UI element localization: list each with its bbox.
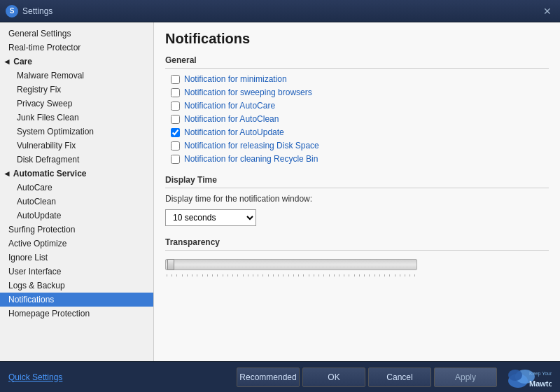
slider-tick xyxy=(318,274,319,276)
slider-tick xyxy=(217,274,218,276)
cb-autocare[interactable] xyxy=(171,102,180,111)
cb-sweeping-label[interactable]: Notification for sweeping browsers xyxy=(184,88,312,97)
bottom-buttons: Recommended OK Cancel Apply xyxy=(237,368,497,387)
slider-tick xyxy=(176,274,177,276)
slider-tick xyxy=(167,274,167,276)
cb-sweeping[interactable] xyxy=(171,88,180,97)
sidebar-item-malware-removal[interactable]: Malware Removal xyxy=(0,69,153,83)
slider-tick xyxy=(389,274,390,276)
slider-tick xyxy=(354,274,355,276)
slider-tick xyxy=(212,274,213,276)
sidebar-item-disk-defragment[interactable]: Disk Defragment xyxy=(0,153,153,167)
close-button[interactable]: ✕ xyxy=(540,4,554,18)
transparency-slider-thumb[interactable] xyxy=(167,259,174,270)
cb-autoclean[interactable] xyxy=(171,115,180,124)
sidebar-item-surfing-protection[interactable]: Surfing Protection xyxy=(0,223,153,237)
apply-button[interactable]: Apply xyxy=(434,368,497,387)
window-title: Settings xyxy=(22,6,540,16)
slider-tick xyxy=(268,274,269,276)
slider-tick xyxy=(314,274,314,276)
checkbox-row-cb-autoclean: Notification for AutoClean xyxy=(171,114,549,124)
display-time-section: Display Time Display time for the notifi… xyxy=(165,175,549,226)
cb-autoclean-label[interactable]: Notification for AutoClean xyxy=(184,114,279,124)
sidebar-item-homepage-protection[interactable]: Homepage Protection xyxy=(0,307,153,321)
slider-tick xyxy=(258,274,258,276)
quick-settings-link[interactable]: Quick Settings xyxy=(8,372,62,382)
transparency-header: Transparency xyxy=(165,237,549,251)
sidebar-item-system-optimization[interactable]: System Optimization xyxy=(0,125,153,139)
sidebar-item-realtime-protector[interactable]: Real-time Protector xyxy=(0,41,153,55)
app-icon: S xyxy=(6,5,18,18)
slider-tick xyxy=(197,274,197,276)
sidebar-item-general-settings[interactable]: General Settings xyxy=(0,27,153,41)
cb-recycle-bin[interactable] xyxy=(171,155,180,164)
sidebar-item-junk-files-clean[interactable]: Junk Files Clean xyxy=(0,111,153,125)
slider-tick xyxy=(227,274,228,276)
general-header: General xyxy=(165,55,549,69)
slider-tick xyxy=(172,274,172,276)
slider-tick xyxy=(278,274,279,276)
sidebar-item-autoupdate[interactable]: AutoUpdate xyxy=(0,209,153,223)
cancel-button[interactable]: Cancel xyxy=(368,368,431,387)
slider-tick xyxy=(309,274,309,276)
sidebar-item-autoclean[interactable]: AutoClean xyxy=(0,195,153,209)
general-section: General Notification for minimizationNot… xyxy=(165,55,549,164)
cb-autoupdate-label[interactable]: Notification for AutoUpdate xyxy=(184,127,284,137)
cb-autocare-label[interactable]: Notification for AutoCare xyxy=(184,101,275,111)
checkbox-row-cb-disk-space: Notification for releasing Disk Space xyxy=(171,141,549,150)
recommended-button[interactable]: Recommended xyxy=(237,368,300,387)
display-time-select[interactable]: 5 seconds10 seconds15 seconds20 seconds3… xyxy=(165,209,256,226)
slider-tick xyxy=(187,274,188,276)
sidebar-item-automatic-service-header[interactable]: ◄ Automatic Service xyxy=(0,167,153,181)
slider-tick xyxy=(384,274,385,276)
sidebar-item-ignore-list[interactable]: Ignore List xyxy=(0,251,153,265)
cb-disk-space-label[interactable]: Notification for releasing Disk Space xyxy=(184,141,319,150)
slider-tick xyxy=(303,274,304,276)
checkbox-row-cb-minimization: Notification for minimization xyxy=(171,74,549,84)
title-bar: S Settings ✕ xyxy=(0,0,560,22)
slider-tick xyxy=(293,274,294,276)
slider-tick xyxy=(223,274,223,276)
sidebar: General SettingsReal-time Protector◄ Car… xyxy=(0,22,154,361)
checkbox-row-cb-autocare: Notification for AutoCare xyxy=(171,101,549,111)
sidebar-item-autocare[interactable]: AutoCare xyxy=(0,181,153,195)
slider-tick xyxy=(237,274,238,276)
cb-recycle-bin-label[interactable]: Notification for cleaning Recycle Bin xyxy=(184,154,318,164)
slider-tick xyxy=(288,274,289,276)
sidebar-item-care-header[interactable]: ◄ Care xyxy=(0,55,153,69)
sidebar-item-registry-fix[interactable]: Registry Fix xyxy=(0,83,153,97)
sidebar-item-notifications[interactable]: Notifications xyxy=(0,293,153,307)
cb-disk-space[interactable] xyxy=(171,141,180,150)
ok-button[interactable]: OK xyxy=(302,368,365,387)
slider-tick xyxy=(349,274,349,276)
slider-tick xyxy=(344,274,344,276)
slider-tick xyxy=(364,274,365,276)
bottom-bar: Quick Settings Recommended OK Cancel App… xyxy=(0,361,560,392)
sidebar-item-vulnerability-fix[interactable]: Vulnerability Fix xyxy=(0,139,153,153)
slider-tick xyxy=(334,274,335,276)
cb-minimization[interactable] xyxy=(171,75,180,84)
sidebar-item-active-optimize[interactable]: Active Optimize xyxy=(0,237,153,251)
cb-minimization-label[interactable]: Notification for minimization xyxy=(184,74,287,84)
slider-tick xyxy=(339,274,340,276)
sidebar-item-privacy-sweep[interactable]: Privacy Sweep xyxy=(0,97,153,111)
svg-point-2 xyxy=(508,370,522,381)
sidebar-item-logs-backup[interactable]: Logs & Backup xyxy=(0,279,153,293)
display-time-label: Display time for the notification window… xyxy=(165,194,549,204)
logo-svg: Mawto Keep Your Software xyxy=(503,365,552,389)
slider-tick xyxy=(323,274,324,276)
slider-tick xyxy=(192,274,192,276)
mawto-logo: Mawto Keep Your Software xyxy=(503,365,552,389)
page-title: Notifications xyxy=(165,31,549,47)
transparency-slider-track xyxy=(165,259,417,270)
cb-autoupdate[interactable] xyxy=(171,128,180,137)
checkbox-row-cb-recycle-bin: Notification for cleaning Recycle Bin xyxy=(171,154,549,164)
slider-tick xyxy=(182,274,183,276)
slider-tick xyxy=(262,274,263,276)
checkboxes-container: Notification for minimizationNotificatio… xyxy=(165,74,549,164)
slider-tick xyxy=(395,274,396,276)
sidebar-item-user-interface[interactable]: User Interface xyxy=(0,265,153,279)
slider-tick xyxy=(202,274,203,276)
slider-tick xyxy=(298,274,299,276)
svg-text:Keep Your Software: Keep Your Software xyxy=(529,371,552,377)
